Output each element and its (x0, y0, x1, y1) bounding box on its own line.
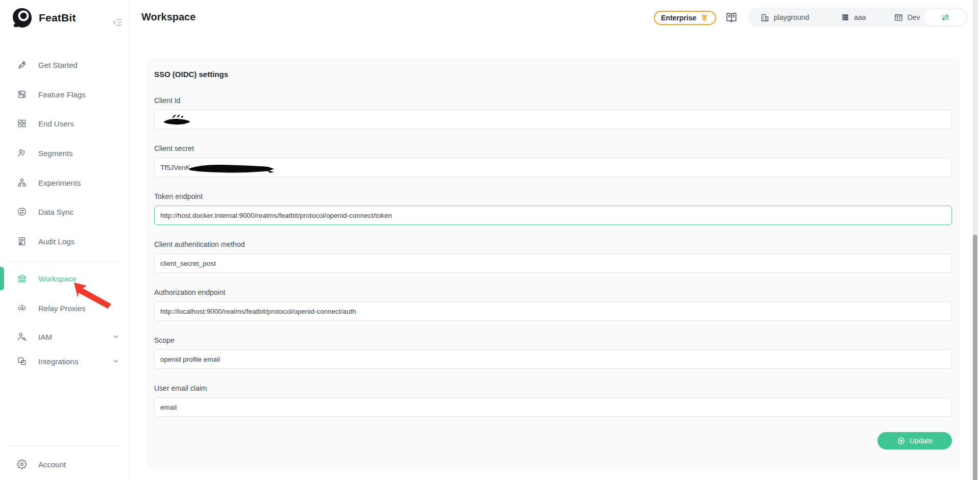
plan-badge-label: Enterprise (661, 14, 696, 22)
environment-switcher: playground aaa Dev (748, 8, 968, 27)
client-auth-method-input[interactable] (154, 254, 952, 273)
field-client-secret: Client secret (154, 144, 952, 177)
card-heading: SSO (OIDC) settings (154, 70, 952, 79)
sidebar-item-feature-flags[interactable]: Feature Flags (0, 84, 129, 105)
field-label: Scope (154, 336, 952, 344)
sidebar-item-audit-logs[interactable]: Audit Logs (0, 231, 129, 251)
audit-doc-icon (17, 236, 27, 246)
sidebar-item-label: Account (38, 460, 66, 469)
field-label: User email claim (154, 384, 952, 392)
sidebar-item-label: Integrations (38, 357, 78, 366)
menu-fold-icon[interactable] (112, 17, 123, 28)
sidebar-item-get-started[interactable]: Get Started (0, 55, 129, 75)
sitemap-icon (17, 178, 27, 188)
code-window-icon (894, 13, 903, 22)
field-client-id: Client Id (154, 96, 952, 129)
update-button[interactable]: Update (877, 432, 952, 449)
sidebar-item-label: Experiments (38, 179, 81, 187)
gear-icon (17, 459, 27, 469)
sidebar-item-iam[interactable]: IAM (0, 326, 129, 347)
building-icon (760, 13, 770, 22)
update-button-label: Update (910, 437, 933, 445)
sidebar-item-segments[interactable]: Segments (0, 143, 129, 163)
sidebar-item-label: IAM (38, 333, 52, 341)
group-selector[interactable]: aaa (841, 13, 866, 22)
sidebar-item-label: Segments (38, 149, 73, 158)
sso-settings-card: SSO (OIDC) settings Client Id Client sec… (146, 58, 960, 469)
field-label: Client Id (154, 96, 952, 105)
field-label: Authorization endpoint (154, 288, 952, 296)
scrollbar-thumb[interactable] (973, 235, 977, 480)
grid-icon (17, 118, 27, 129)
project-selector[interactable]: playground (760, 13, 809, 22)
group-name: aaa (854, 13, 866, 21)
sidebar-item-workspace[interactable]: Workspace (0, 268, 129, 289)
sync-icon (17, 207, 27, 217)
client-id-input[interactable] (154, 110, 952, 129)
person-key-icon (17, 332, 27, 342)
swap-icon (940, 12, 951, 23)
sidebar-item-label: End Users (38, 119, 74, 128)
brand-name: FeatBit (39, 12, 76, 24)
sidebar-item-label: Audit Logs (38, 237, 75, 246)
sidebar-item-label: Data Sync (38, 208, 74, 216)
sidebar-item-label: Get Started (38, 61, 78, 69)
page-title: Workspace (141, 11, 195, 23)
stack-icon (841, 13, 850, 22)
field-token-endpoint: Token endpoint (154, 192, 952, 225)
featbit-logo-icon (10, 6, 34, 30)
bank-icon (17, 273, 27, 284)
sidebar-item-account[interactable]: Account (0, 454, 129, 474)
sidebar-item-end-users[interactable]: End Users (0, 113, 129, 134)
sidebar: FeatBit Get Started Feature Flags (0, 0, 129, 480)
scrollbar-track[interactable] (973, 0, 977, 480)
field-label: Client secret (154, 144, 952, 153)
field-user-email-claim: User email claim (154, 384, 952, 417)
chevron-down-icon (112, 358, 119, 365)
flags-icon (17, 89, 27, 99)
environment-selector[interactable]: Dev (894, 13, 920, 22)
sidebar-item-label: Relay Proxies (38, 304, 86, 313)
sidebar-item-integrations[interactable]: Integrations (0, 351, 129, 371)
plan-badge[interactable]: Enterprise (654, 11, 716, 25)
sidebar-divider (6, 261, 121, 262)
field-authorization-endpoint: Authorization endpoint (154, 288, 952, 321)
scope-input[interactable] (154, 349, 952, 369)
sidebar-divider (6, 445, 121, 446)
environment-name: Dev (908, 13, 920, 21)
user-email-claim-input[interactable] (154, 397, 952, 417)
field-scope: Scope (154, 336, 952, 369)
overlap-squares-icon (17, 356, 27, 366)
sidebar-item-label: Workspace (38, 274, 77, 283)
target-icon (897, 437, 905, 445)
field-label: Client authentication method (154, 240, 952, 248)
rocket-icon (17, 60, 27, 70)
topbar: Workspace Enterprise playgr (130, 0, 980, 37)
segments-icon (17, 148, 27, 158)
sidebar-item-experiments[interactable]: Experiments (0, 172, 129, 193)
sidebar-item-label: Feature Flags (38, 90, 86, 99)
authorization-endpoint-input[interactable] (154, 301, 952, 321)
field-label: Token endpoint (154, 192, 952, 200)
switch-environment-button[interactable] (924, 10, 966, 25)
book-icon[interactable] (725, 11, 738, 23)
project-name: playground (774, 13, 809, 21)
relay-icon (17, 303, 27, 313)
brand-logo-row[interactable]: FeatBit (10, 6, 76, 30)
field-client-auth-method: Client authentication method (154, 240, 952, 273)
client-secret-input[interactable] (154, 158, 952, 177)
sidebar-item-relay-proxies[interactable]: Relay Proxies (0, 298, 129, 318)
chevron-down-icon (112, 333, 119, 340)
token-endpoint-input[interactable] (154, 206, 952, 225)
medal-icon (700, 13, 709, 22)
sidebar-item-data-sync[interactable]: Data Sync (0, 201, 129, 222)
